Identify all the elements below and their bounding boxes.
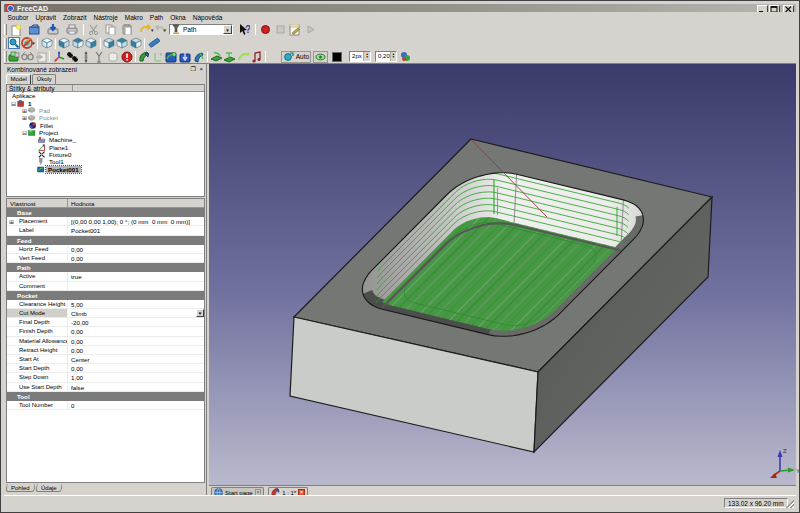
svg-text:Y: Y bbox=[796, 468, 800, 474]
svg-text:Z: Z bbox=[783, 448, 787, 454]
svg-text:?: ? bbox=[245, 24, 250, 35]
